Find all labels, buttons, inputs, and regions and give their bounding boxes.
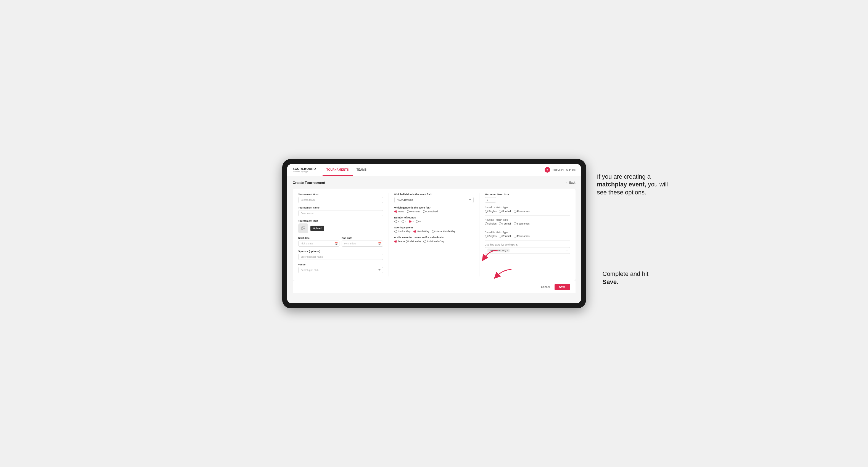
- tournament-logo-label: Tournament logo: [298, 220, 383, 222]
- gender-label: Which gender is the event for?: [394, 206, 474, 209]
- tournament-host-label: Tournament Host: [298, 193, 383, 196]
- round-1[interactable]: 1: [394, 220, 399, 223]
- api-dropdown-icon: ▾: [566, 249, 567, 252]
- teams-option[interactable]: Teams (+Individuals): [394, 240, 421, 243]
- scoring-group: Scoring system Stroke Play Match Play: [394, 226, 474, 233]
- logo-placeholder: [298, 223, 308, 234]
- scoring-radio-group: Stroke Play Match Play Medal Match Play: [394, 230, 474, 233]
- tab-tournaments[interactable]: TOURNAMENTS: [322, 164, 353, 176]
- start-date-input[interactable]: [298, 241, 340, 247]
- divider-3: [485, 240, 570, 241]
- back-button[interactable]: ← Back: [566, 181, 575, 184]
- start-date-label: Start date: [298, 237, 340, 240]
- round3-singles[interactable]: Singles: [485, 235, 497, 238]
- scoring-medal-match-play[interactable]: Medal Match Play: [432, 230, 456, 233]
- divider-1: [485, 215, 570, 216]
- logo-upload-area: Upload: [298, 223, 383, 234]
- sponsor-input[interactable]: [298, 254, 383, 260]
- round2-foursomes[interactable]: Foursomes: [514, 222, 530, 225]
- form-container: Tournament Host Tournament name Tourname…: [293, 189, 576, 281]
- user-label: Test User |: [552, 168, 564, 171]
- annotation-bottom: Complete and hit Save.: [602, 270, 663, 286]
- tournament-name-input[interactable]: [298, 210, 383, 216]
- signout-link[interactable]: Sign out: [566, 168, 575, 171]
- round3-radios: Singles Fourball Foursomes: [485, 235, 570, 238]
- end-date-group: End date 📅: [342, 237, 383, 247]
- scoring-label: Scoring system: [394, 226, 474, 229]
- teams-label: Is this event for Teams and/or Individua…: [394, 236, 474, 239]
- round1-match-type-section: Round 1 - Match Type Singles Fourball: [485, 206, 570, 213]
- individuals-option[interactable]: Individuals Only: [423, 240, 445, 243]
- max-team-size-input[interactable]: [485, 197, 496, 203]
- end-date-wrap: 📅: [342, 241, 383, 247]
- gender-womens[interactable]: Womens: [407, 210, 420, 213]
- nav-tabs: TOURNAMENTS TEAMS: [322, 164, 370, 176]
- col-middle: Which division is the event for? NCAA Di…: [389, 193, 479, 276]
- teams-radio-group: Teams (+Individuals) Individuals Only: [394, 240, 474, 243]
- end-date-input[interactable]: [342, 241, 383, 247]
- round1-singles[interactable]: Singles: [485, 210, 497, 213]
- round3-match-type-section: Round 3 - Match Type Singles Fourball: [485, 231, 570, 238]
- round3-fourball[interactable]: Fourball: [499, 235, 512, 238]
- round1-fourball[interactable]: Fourball: [499, 210, 512, 213]
- scoring-match-play[interactable]: Match Play: [413, 230, 429, 233]
- division-label: Which division is the event for?: [394, 193, 474, 196]
- sponsor-group: Sponsor (optional): [298, 250, 383, 260]
- tournament-host-input[interactable]: [298, 197, 383, 203]
- main-content: Create Tournament ← Back Tournament Host…: [287, 176, 581, 303]
- form-footer: Cancel Save: [293, 281, 576, 293]
- page-title: Create Tournament: [293, 181, 325, 185]
- divider-2: [485, 228, 570, 228]
- save-button[interactable]: Save: [555, 284, 570, 290]
- rounds-label: Number of rounds: [394, 216, 474, 219]
- round2-match-type-label: Round 2 - Match Type: [485, 218, 570, 221]
- round1-match-type-label: Round 1 - Match Type: [485, 206, 570, 209]
- upload-button[interactable]: Upload: [310, 226, 324, 231]
- tournament-name-label: Tournament name: [298, 206, 383, 209]
- avatar: T: [545, 167, 550, 173]
- round2-singles[interactable]: Singles: [485, 222, 497, 225]
- venue-select[interactable]: Search golf club: [298, 267, 383, 273]
- tab-teams[interactable]: TEAMS: [353, 164, 371, 176]
- max-team-size-group: Maximum Team Size: [485, 193, 570, 203]
- max-team-size-label: Maximum Team Size: [485, 193, 570, 196]
- round-2[interactable]: 2: [402, 220, 406, 223]
- api-tag-close[interactable]: ×: [507, 249, 508, 252]
- round3-foursomes[interactable]: Foursomes: [514, 235, 530, 238]
- tablet-screen: SCOREBOARD Powered by clippit TOURNAMENT…: [287, 164, 581, 303]
- svg-point-1: [302, 227, 303, 228]
- brand: SCOREBOARD Powered by clippit: [293, 167, 316, 173]
- round-4[interactable]: 4: [416, 220, 421, 223]
- round2-match-type-section: Round 2 - Match Type Singles Fourball: [485, 218, 570, 225]
- start-date-group: Start date 📅: [298, 237, 340, 247]
- annotation-top: If you are creating a matchplay event, y…: [597, 173, 674, 197]
- start-date-wrap: 📅: [298, 241, 340, 247]
- round1-foursomes[interactable]: Foursomes: [514, 210, 530, 213]
- division-select[interactable]: NCAA Division I: [394, 197, 474, 203]
- api-label: Use third-party live scoring API?: [485, 243, 570, 246]
- arrow-top: [478, 247, 500, 264]
- round2-radios: Singles Fourball Foursomes: [485, 222, 570, 225]
- venue-group: Venue Search golf club: [298, 263, 383, 273]
- venue-label: Venue: [298, 263, 383, 266]
- brand-title: SCOREBOARD: [293, 167, 316, 170]
- venue-select-wrap: Search golf club: [298, 267, 383, 273]
- gender-combined[interactable]: Combined: [423, 210, 438, 213]
- round2-fourball[interactable]: Fourball: [499, 222, 512, 225]
- brand-subtitle: Powered by clippit: [293, 171, 316, 173]
- round-3[interactable]: 3: [409, 220, 414, 223]
- scoring-stroke-play[interactable]: Stroke Play: [394, 230, 411, 233]
- arrow-bottom: [492, 267, 514, 281]
- gender-mens[interactable]: Mens: [394, 210, 404, 213]
- sponsor-label: Sponsor (optional): [298, 250, 383, 253]
- teams-group: Is this event for Teams and/or Individua…: [394, 236, 474, 243]
- col-left: Tournament Host Tournament name Tourname…: [298, 193, 389, 276]
- tournament-host-group: Tournament Host: [298, 193, 383, 203]
- page-header: Create Tournament ← Back: [293, 181, 576, 185]
- gender-group: Which gender is the event for? Mens Wome…: [394, 206, 474, 213]
- rounds-radio-group: 1 2 3: [394, 220, 474, 223]
- cancel-button[interactable]: Cancel: [538, 284, 552, 290]
- tablet-frame: SCOREBOARD Powered by clippit TOURNAMENT…: [282, 159, 586, 308]
- end-date-label: End date: [342, 237, 383, 240]
- division-group: Which division is the event for? NCAA Di…: [394, 193, 474, 203]
